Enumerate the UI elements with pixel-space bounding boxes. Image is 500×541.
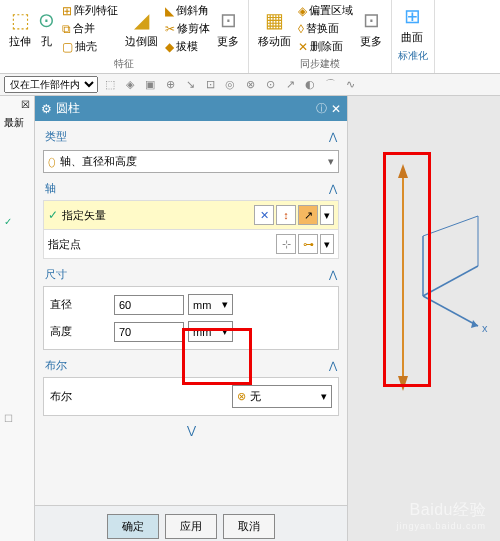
close-icon[interactable]: ✕ bbox=[331, 102, 341, 116]
draft-button[interactable]: ◆拔模 bbox=[162, 38, 213, 55]
dialog-header: ⚙ 圆柱 ⓘ ✕ bbox=[35, 96, 347, 121]
dimension-section-header[interactable]: 尺寸 ⋀ bbox=[43, 263, 339, 286]
diameter-unit-select[interactable]: mm▾ bbox=[188, 294, 233, 315]
axis-section-header[interactable]: 轴 ⋀ bbox=[43, 177, 339, 200]
diameter-label: 直径 bbox=[50, 297, 110, 312]
chevron-down-icon: ▾ bbox=[222, 298, 228, 311]
offset-icon: ◈ bbox=[298, 4, 307, 18]
replace-face-button[interactable]: ◊替换面 bbox=[295, 20, 356, 37]
move-face-button[interactable]: ▦ 移动面 bbox=[255, 6, 294, 51]
check-icon: ✓ bbox=[48, 208, 58, 222]
chevron-down-icon: ▾ bbox=[222, 325, 228, 338]
vector-axis-button[interactable]: ↕ bbox=[276, 205, 296, 225]
height-input[interactable] bbox=[114, 322, 184, 342]
chevron-up-icon: ⋀ bbox=[329, 269, 337, 280]
delete-face-button[interactable]: ✕删除面 bbox=[295, 38, 356, 55]
cylinder-type-icon: ⬯ bbox=[48, 155, 56, 169]
more-icon: ⊡ bbox=[220, 8, 237, 32]
type-section-header[interactable]: 类型 ⋀ bbox=[43, 125, 339, 148]
height-arrow-down bbox=[398, 376, 408, 391]
chamfer-icon: ◣ bbox=[165, 4, 174, 18]
chevron-down-icon: ▾ bbox=[328, 155, 334, 168]
viewport-3d[interactable]: x bbox=[348, 96, 500, 541]
offset-region-button[interactable]: ◈偏置区域 bbox=[295, 2, 356, 19]
merge-button[interactable]: ⧉合并 bbox=[59, 20, 121, 37]
hole-icon: ⊙ bbox=[38, 8, 55, 32]
specify-vector-row[interactable]: ✓ 指定矢量 ✕ ↕ ↗ ▾ bbox=[43, 200, 339, 230]
point-dropdown-button[interactable]: ▾ bbox=[320, 234, 334, 254]
extrude-button[interactable]: ⬚ 拉伸 bbox=[6, 6, 34, 51]
trim-button[interactable]: ✂修剪体 bbox=[162, 20, 213, 37]
chevron-up-icon: ⋀ bbox=[329, 183, 337, 194]
shell-button[interactable]: ▢抽壳 bbox=[59, 38, 121, 55]
edge-blend-icon: ◢ bbox=[134, 8, 149, 32]
more-sync-button[interactable]: ⊡ 更多 bbox=[357, 6, 385, 51]
specify-point-row[interactable]: 指定点 ⊹ ⊶ ▾ bbox=[43, 230, 339, 259]
ribbon-group-features: ⬚ 拉伸 ⊙ 孔 ⊞阵列特征 ⧉合并 ▢抽壳 ◢ 边倒圆 ◣倒斜角 ✂修剪体 ◆… bbox=[0, 0, 249, 73]
gear-icon[interactable]: ⚙ bbox=[41, 102, 52, 116]
toolbar-icon-3[interactable]: ▣ bbox=[142, 77, 158, 93]
toolbar-icon-10[interactable]: ↗ bbox=[282, 77, 298, 93]
watermark-main: Baidu经验 bbox=[410, 500, 486, 521]
height-unit-select[interactable]: mm▾ bbox=[188, 321, 233, 342]
toolbar-icon-9[interactable]: ⊙ bbox=[262, 77, 278, 93]
apply-button[interactable]: 应用 bbox=[165, 514, 217, 539]
toolbar-icon-2[interactable]: ◈ bbox=[122, 77, 138, 93]
height-label: 高度 bbox=[50, 324, 110, 339]
toolbar-icon-13[interactable]: ∿ bbox=[342, 77, 358, 93]
pin-icon[interactable]: ⓘ bbox=[316, 101, 327, 116]
type-dropdown[interactable]: ⬯ 轴、直径和高度 ▾ bbox=[43, 150, 339, 173]
hole-button[interactable]: ⊙ 孔 bbox=[35, 6, 58, 51]
pattern-icon: ⊞ bbox=[62, 4, 72, 18]
left-tree-panel: ☒ 最新 ✓ ☐ bbox=[0, 96, 35, 541]
toolbar-icon-11[interactable]: ◐ bbox=[302, 77, 318, 93]
toolbar-icon-6[interactable]: ⊡ bbox=[202, 77, 218, 93]
height-row: 高度 mm▾ bbox=[48, 318, 334, 345]
ribbon-group-label: 特征 bbox=[6, 55, 242, 71]
ok-button[interactable]: 确定 bbox=[107, 514, 159, 539]
dimension-section: 尺寸 ⋀ 直径 mm▾ 高度 mm▾ bbox=[43, 263, 339, 350]
replace-icon: ◊ bbox=[298, 22, 304, 36]
ribbon-group-sync: ▦ 移动面 ◈偏置区域 ◊替换面 ✕删除面 ⊡ 更多 同步建模 bbox=[249, 0, 392, 73]
shell-icon: ▢ bbox=[62, 40, 73, 54]
boolean-section-header[interactable]: 布尔 ⋀ bbox=[43, 354, 339, 377]
boolean-select[interactable]: ⊗ 无 ▾ bbox=[232, 385, 332, 408]
pattern-button[interactable]: ⊞阵列特征 bbox=[59, 2, 121, 19]
chamfer-button[interactable]: ◣倒斜角 bbox=[162, 2, 213, 19]
draft-icon: ◆ bbox=[165, 40, 174, 54]
x-arrow bbox=[471, 320, 478, 328]
cancel-button[interactable]: 取消 bbox=[223, 514, 275, 539]
axis-section: 轴 ⋀ ✓ 指定矢量 ✕ ↕ ↗ ▾ 指定点 ⊹ bbox=[43, 177, 339, 259]
point-inferred-button[interactable]: ⊹ bbox=[276, 234, 296, 254]
more-features-button[interactable]: ⊡ 更多 bbox=[214, 6, 242, 51]
tree-close-icon[interactable]: ☒ bbox=[0, 96, 34, 113]
diameter-input[interactable] bbox=[114, 295, 184, 315]
surface-button[interactable]: ⊞ 曲面 bbox=[398, 2, 426, 47]
tree-box-icon[interactable]: ☐ bbox=[0, 410, 34, 427]
vector-inferred-button[interactable]: ↗ bbox=[298, 205, 318, 225]
ribbon-group-surface: ⊞ 曲面 标准化 bbox=[392, 0, 435, 73]
boolean-row: 布尔 ⊗ 无 ▾ bbox=[48, 382, 334, 411]
toolbar-icon-7[interactable]: ◎ bbox=[222, 77, 238, 93]
toolbar-icon-1[interactable]: ⬚ bbox=[102, 77, 118, 93]
tree-recent[interactable]: 最新 bbox=[0, 113, 34, 133]
none-icon: ⊗ bbox=[237, 390, 246, 403]
tree-check-icon[interactable]: ✓ bbox=[0, 213, 34, 230]
x-label: x bbox=[482, 322, 488, 334]
scope-select[interactable]: 仅在工作部件内 bbox=[4, 76, 98, 93]
toolbar-icon-4[interactable]: ⊕ bbox=[162, 77, 178, 93]
toolbar-icon-8[interactable]: ⊗ bbox=[242, 77, 258, 93]
viewport-axis-svg: x bbox=[348, 116, 498, 541]
edge-blend-button[interactable]: ◢ 边倒圆 bbox=[122, 6, 161, 51]
vector-dropdown-button[interactable]: ▾ bbox=[320, 205, 334, 225]
toolbar-icon-5[interactable]: ↘ bbox=[182, 77, 198, 93]
chevron-up-icon: ⋀ bbox=[329, 360, 337, 371]
grid-line bbox=[423, 216, 478, 236]
vector-reverse-button[interactable]: ✕ bbox=[254, 205, 274, 225]
toolbar-icon-12[interactable]: ⌒ bbox=[322, 77, 338, 93]
dialog-body: 类型 ⋀ ⬯ 轴、直径和高度 ▾ 轴 ⋀ ✓ 指定矢量 bbox=[35, 121, 347, 505]
expand-more-button[interactable]: ⋁ bbox=[35, 420, 347, 441]
trim-icon: ✂ bbox=[165, 22, 175, 36]
point-by-expr-button[interactable]: ⊶ bbox=[298, 234, 318, 254]
delete-icon: ✕ bbox=[298, 40, 308, 54]
